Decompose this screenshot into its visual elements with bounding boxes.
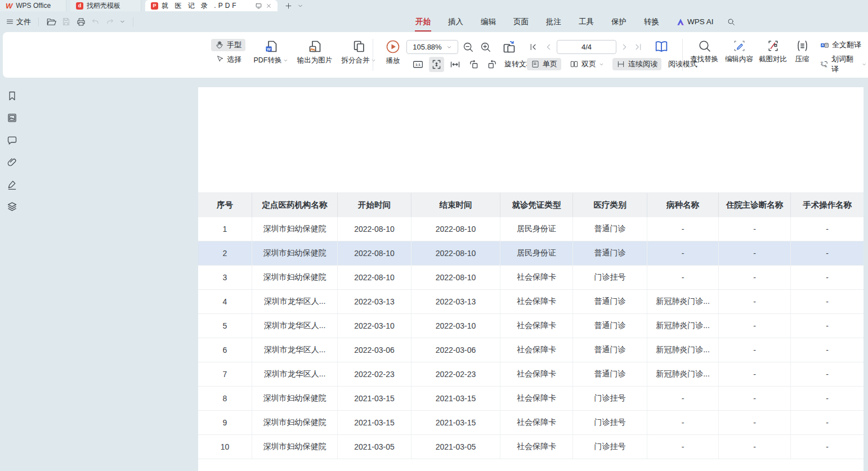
signature-icon[interactable] (6, 179, 18, 191)
wps-ai-icon (676, 18, 685, 26)
layers-icon[interactable] (6, 201, 18, 213)
rotate-left-button[interactable] (466, 57, 481, 72)
present-to-screen-icon[interactable] (255, 2, 262, 10)
table-row[interactable]: 10深圳市妇幼保健院2021-03-052021-03-05社会保障卡门诊挂号-… (198, 435, 863, 459)
prev-page-icon[interactable] (544, 42, 553, 52)
table-header-row: 序号定点医药机构名称开始时间结束时间就诊凭证类型医疗类别病种名称住院主诊断名称手… (198, 192, 863, 217)
single-page-label: 单页 (543, 59, 557, 69)
table-cell: - (719, 435, 791, 459)
tab-edit[interactable]: 编辑 (480, 16, 496, 28)
hand-icon (215, 41, 224, 50)
table-cell: - (791, 217, 863, 241)
tab-controls (278, 0, 303, 11)
rotate-pages-icon[interactable] (502, 39, 517, 55)
read-mode-icon[interactable] (654, 39, 669, 55)
tab-document-active[interactable]: P 就 医 记 录 .PDF (145, 0, 278, 11)
close-tab-icon[interactable] (266, 3, 272, 9)
table-header-cell: 结束时间 (411, 193, 500, 217)
table-row[interactable]: 7深圳市龙华区人...2022-02-232022-02-23社会保障卡普通门诊… (198, 362, 863, 387)
fit-width-button[interactable] (448, 57, 463, 72)
table-cell: 普通门诊 (573, 338, 647, 362)
edit-content-label: 编辑内容 (725, 55, 753, 64)
select-tool-button[interactable]: 选择 (211, 53, 245, 66)
undo-icon[interactable] (91, 17, 100, 26)
edit-content-button[interactable]: 编辑内容 (722, 39, 757, 64)
first-page-icon[interactable] (529, 42, 538, 52)
save-icon[interactable] (61, 17, 71, 26)
pdf-convert-icon: W (263, 39, 279, 54)
tab-page[interactable]: 页面 (513, 16, 529, 28)
single-page-button[interactable]: 单页 (527, 58, 561, 70)
pdf-page[interactable]: 序号定点医药机构名称开始时间结束时间就诊凭证类型医疗类别病种名称住院主诊断名称手… (198, 87, 863, 471)
table-cell: 2021-03-05 (338, 435, 411, 459)
redo-icon[interactable] (105, 17, 114, 26)
table-row[interactable]: 1深圳市妇幼保健院2022-08-102022-08-10居民身份证普通门诊--… (198, 217, 863, 241)
new-tab-icon[interactable] (284, 2, 293, 10)
tab-tools[interactable]: 工具 (578, 16, 594, 28)
pdf-convert-button[interactable]: W PDF转换 (249, 39, 293, 65)
table-cell: 2022-03-06 (411, 338, 500, 362)
tab-bar: W WPS Office d 找稻壳模板 P 就 医 记 录 .PDF (0, 0, 868, 11)
split-merge-button[interactable]: 拆分合并 (337, 39, 381, 65)
table-row[interactable]: 6深圳市龙华区人...2022-03-062022-03-06社会保障卡普通门诊… (198, 338, 863, 362)
file-menu-button[interactable]: 文件 (6, 17, 31, 27)
pointer-tools: 手型 选择 (211, 39, 245, 66)
rotate-right-button[interactable] (485, 57, 500, 72)
continuous-read-button[interactable]: 连续阅读 (612, 58, 661, 70)
tab-home[interactable]: 开始 (415, 16, 431, 28)
wps-ai-button[interactable]: WPS AI (676, 17, 714, 26)
search-icon[interactable] (727, 17, 736, 26)
last-page-icon[interactable] (633, 42, 643, 52)
tab-insert[interactable]: 插入 (448, 16, 464, 28)
tab-wps-home[interactable]: W WPS Office (0, 0, 66, 11)
table-cell: - (647, 266, 719, 289)
table-cell: 2021-03-15 (411, 411, 500, 434)
page-number-input[interactable]: 4/4 (557, 40, 616, 54)
thumbnail-icon[interactable] (6, 112, 18, 124)
tab-list-chevron-icon[interactable] (297, 3, 303, 9)
bookmark-icon[interactable] (6, 90, 18, 102)
open-file-icon[interactable] (46, 17, 56, 27)
table-cell: 新冠肺炎门诊... (647, 314, 719, 338)
tab-convert[interactable]: 转换 (643, 16, 660, 28)
table-row[interactable]: 5深圳市龙华区人...2022-03-102022-03-10社会保障卡普通门诊… (198, 314, 863, 338)
table-header-cell: 开始时间 (338, 193, 411, 217)
table-row[interactable]: 4深圳市龙华区人...2022-03-132022-03-13社会保障卡普通门诊… (198, 290, 863, 314)
double-page-button[interactable]: 双页 (566, 58, 608, 70)
zoom-level-select[interactable]: 105.88% (406, 40, 458, 54)
next-page-icon[interactable] (620, 42, 629, 52)
attachment-icon[interactable] (6, 156, 18, 168)
play-button[interactable]: 播放 (379, 39, 407, 66)
table-row[interactable]: 9深圳市妇幼保健院2021-03-152021-03-15社会保障卡门诊挂号--… (198, 411, 863, 435)
table-cell: - (647, 411, 719, 434)
table-cell: 2022-03-13 (411, 290, 500, 313)
screenshot-compare-button[interactable]: 截图对比 (756, 39, 790, 64)
export-image-button[interactable]: 输出为图片 (293, 39, 337, 65)
compress-button[interactable]: 压缩 (789, 39, 815, 64)
svg-text:W: W (267, 47, 271, 52)
table-row[interactable]: 8深圳市妇幼保健院2021-03-152021-03-15社会保障卡门诊挂号--… (198, 387, 863, 411)
screenshot-compare-label: 截图对比 (759, 55, 787, 64)
fit-page-button[interactable] (429, 57, 444, 72)
find-replace-button[interactable]: 查找替换 (687, 39, 722, 64)
zoom-fit-group: 1:1 旋转文档 (410, 56, 534, 72)
tab-comment[interactable]: 批注 (545, 16, 562, 28)
table-cell: - (719, 362, 791, 386)
word-translate-button[interactable]: 文 A 划词翻译 (818, 53, 868, 75)
toolbar-options-chevron-icon[interactable] (119, 19, 126, 25)
table-cell: 社会保障卡 (500, 338, 573, 362)
actual-size-button[interactable]: 1:1 (410, 57, 426, 72)
table-row[interactable]: 2深圳市妇幼保健院2022-08-102022-08-10居民身份证普通门诊--… (198, 241, 863, 266)
zoom-in-icon[interactable] (480, 41, 491, 53)
table-cell: 深圳市妇幼保健院 (252, 387, 338, 410)
table-cell: 社会保障卡 (500, 435, 573, 459)
full-translate-button[interactable]: A 字 全文翻译 (818, 39, 868, 51)
tab-docer[interactable]: d 找稻壳模板 (70, 0, 141, 11)
divider (133, 17, 133, 26)
print-icon[interactable] (76, 17, 86, 27)
hand-tool-button[interactable]: 手型 (211, 39, 245, 51)
zoom-out-icon[interactable] (462, 41, 474, 53)
comment-icon[interactable] (6, 134, 18, 146)
table-row[interactable]: 3深圳市妇幼保健院2022-08-102022-08-10社会保障卡门诊挂号--… (198, 266, 863, 290)
tab-protect[interactable]: 保护 (611, 16, 627, 28)
